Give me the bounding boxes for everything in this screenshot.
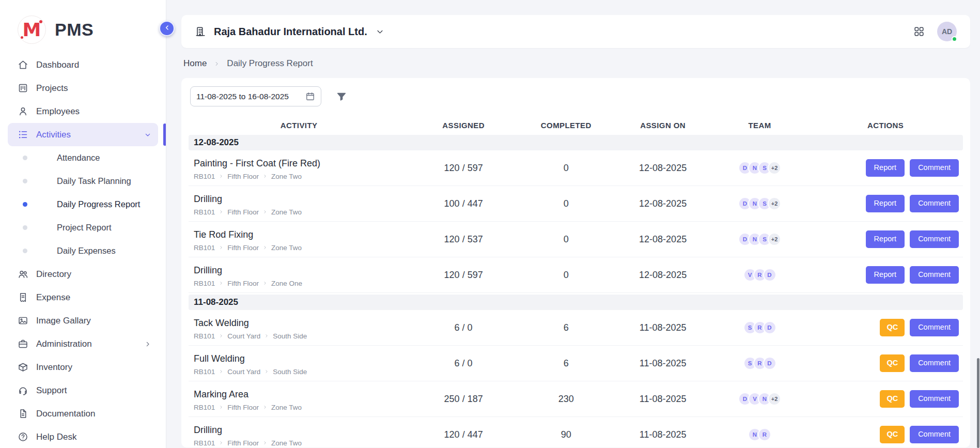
qc-button[interactable]: QC — [880, 319, 905, 336]
chevron-right-icon — [219, 281, 224, 286]
sidebar-subitem-daily-expenses[interactable]: Daily Expenses — [0, 239, 166, 262]
sidebar-item-support[interactable]: Support — [8, 379, 158, 402]
completed-value: 90 — [518, 429, 614, 440]
qc-button[interactable]: QC — [880, 354, 905, 372]
activity-cell: Full Welding RB101Court YardSouth Side — [189, 351, 409, 376]
inventory-icon — [18, 362, 28, 373]
column-header-team: TEAM — [711, 121, 808, 130]
filter-funnel-icon[interactable] — [336, 91, 347, 102]
documentation-icon — [18, 408, 28, 419]
completed-value: 0 — [518, 198, 614, 209]
chevron-right-icon — [262, 174, 268, 179]
team-overflow-chip[interactable]: +2 — [768, 392, 781, 406]
support-icon — [18, 385, 28, 396]
sidebar-item-administration[interactable]: Administration — [8, 332, 158, 356]
row-actions: ReportComment — [808, 195, 963, 212]
comment-button[interactable]: Comment — [910, 354, 959, 372]
company-selector[interactable]: Raja Bahadur International Ltd. — [195, 26, 385, 38]
assign-on-date: 11-08-2025 — [614, 322, 711, 333]
comment-button[interactable]: Comment — [910, 195, 959, 212]
apps-grid-icon[interactable] — [913, 26, 925, 37]
sidebar-collapse-button[interactable] — [159, 21, 175, 36]
sidebar-subitem-attendance[interactable]: Attendance — [0, 146, 166, 169]
assigned-value: 120 / 597 — [409, 163, 518, 174]
chevron-right-icon — [262, 245, 268, 250]
vertical-scrollbar-thumb[interactable] — [977, 358, 979, 448]
breadcrumb-current: Daily Progress Report — [227, 58, 313, 69]
sidebar-subitem-project-report[interactable]: Project Report — [0, 216, 166, 239]
completed-value: 0 — [518, 270, 614, 281]
sidebar-item-documentation[interactable]: Documentation — [8, 402, 158, 425]
user-avatar[interactable]: AD — [937, 22, 957, 41]
sidebar-menu: Dashboard Projects Employees Activities … — [0, 53, 166, 448]
row-actions: QCComment — [808, 354, 963, 372]
assign-on-date: 11-08-2025 — [614, 429, 711, 440]
activity-cell: Painting - First Coat (Fire Red) RB101Fi… — [189, 156, 409, 180]
logo-letter: M — [23, 19, 41, 40]
activity-cell: Marking Area RB101Fifth FloorZone Two — [189, 387, 409, 411]
app-root: M PMS Dashboard Projects Employees Activ… — [0, 0, 980, 448]
comment-button[interactable]: Comment — [910, 390, 959, 407]
assigned-value: 120 / 597 — [409, 270, 518, 281]
team-overflow-chip[interactable]: +2 — [768, 161, 781, 175]
report-button[interactable]: Report — [866, 159, 905, 176]
calendar-icon[interactable] — [305, 91, 315, 101]
comment-button[interactable]: Comment — [910, 159, 959, 176]
row-actions: ReportComment — [808, 266, 963, 283]
chevron-right-icon — [213, 60, 220, 67]
activity-location-path: RB101Fifth FloorZone Two — [194, 439, 404, 447]
chevron-right-icon — [262, 209, 268, 214]
completed-value: 6 — [518, 358, 614, 369]
sidebar-item-directory[interactable]: Directory — [8, 262, 158, 286]
team-overflow-chip[interactable]: +2 — [768, 197, 781, 210]
team-avatars: DVN+2 — [711, 392, 808, 406]
location-segment: Zone Two — [271, 208, 302, 216]
team-avatars: SRD — [711, 357, 808, 370]
assigned-value: 250 / 187 — [409, 394, 518, 405]
sidebar-subitem-label: Daily Expenses — [57, 246, 116, 256]
sidebar-item-image-gallary[interactable]: Image Gallary — [8, 309, 158, 332]
sidebar-subitem-daily-progress-report[interactable]: Daily Progress Report — [0, 193, 166, 216]
location-segment: Fifth Floor — [227, 280, 259, 287]
activity-title: Drilling — [194, 425, 404, 436]
building-icon — [195, 26, 206, 37]
breadcrumb-home[interactable]: Home — [183, 58, 207, 69]
comment-button[interactable]: Comment — [910, 266, 959, 283]
sidebar-subitem-daily-task-planning[interactable]: Daily Task Planning — [0, 169, 166, 193]
comment-button[interactable]: Comment — [910, 319, 959, 336]
qc-button[interactable]: QC — [880, 390, 905, 407]
activities-icon — [18, 129, 28, 140]
sidebar-item-label: Support — [36, 385, 152, 396]
sidebar-item-expense[interactable]: Expense — [8, 286, 158, 309]
comment-button[interactable]: Comment — [910, 426, 959, 443]
activity-location-path: RB101Fifth FloorZone Two — [194, 244, 404, 252]
sidebar-item-dashboard[interactable]: Dashboard — [8, 53, 158, 76]
assigned-value: 120 / 537 — [409, 234, 518, 245]
sidebar-item-employees[interactable]: Employees — [8, 100, 158, 123]
sidebar-item-label: Inventory — [36, 362, 152, 373]
location-segment: Fifth Floor — [227, 173, 259, 180]
group-date: 12-08-2025 — [194, 137, 239, 148]
location-segment: Zone One — [271, 280, 302, 287]
team-member-avatar: D — [763, 357, 776, 370]
chevron-down-icon — [375, 27, 385, 37]
team-overflow-chip[interactable]: +2 — [768, 233, 781, 246]
app-name: PMS — [55, 20, 94, 40]
filters-bar — [190, 86, 961, 106]
sidebar-item-inventory[interactable]: Inventory — [8, 356, 158, 379]
report-button[interactable]: Report — [866, 266, 905, 283]
date-range-input[interactable] — [190, 86, 321, 106]
sidebar-item-label: Employees — [36, 106, 152, 117]
comment-button[interactable]: Comment — [910, 230, 959, 248]
column-header-assign-on: ASSIGN ON — [614, 121, 711, 130]
activity-location-path: RB101Fifth FloorZone Two — [194, 208, 404, 216]
report-button[interactable]: Report — [866, 195, 905, 212]
sidebar-item-help-desk[interactable]: Help Desk — [8, 425, 158, 448]
date-range-field[interactable] — [196, 92, 301, 101]
sidebar-item-projects[interactable]: Projects — [8, 76, 158, 100]
team-avatars: VRD — [711, 268, 808, 282]
report-button[interactable]: Report — [866, 230, 905, 248]
sidebar-item-activities[interactable]: Activities — [8, 123, 158, 146]
team-avatars: DNS+2 — [711, 161, 808, 175]
qc-button[interactable]: QC — [880, 426, 905, 443]
